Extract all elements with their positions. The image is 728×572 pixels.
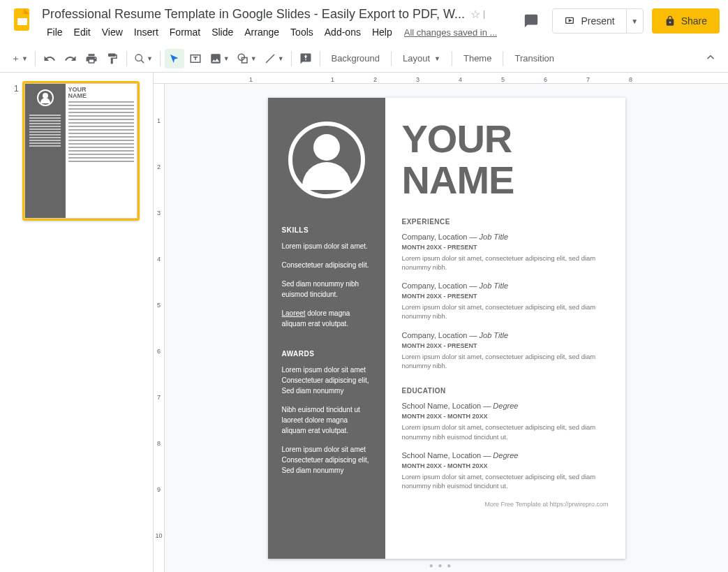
toolbar-sep	[503, 51, 503, 66]
transition-button[interactable]: Transition	[507, 49, 561, 68]
menu-edit[interactable]: Edit	[69, 24, 96, 41]
select-tool[interactable]	[165, 49, 184, 68]
award-item: Lorem ipsum dolor sit amet Consectetuer …	[282, 444, 371, 476]
print-button[interactable]	[82, 49, 101, 68]
edu-date: MONTH 20XX - MONTH 20XX	[402, 413, 609, 420]
ruler-vertical: 12345678910	[154, 84, 165, 572]
drag-handle-icon[interactable]: ● ● ●	[429, 562, 453, 569]
skill-item: Lorem ipsum dolor sit amet.	[282, 241, 371, 251]
menu-view[interactable]: View	[97, 24, 128, 41]
present-dropdown[interactable]: ▼	[626, 9, 643, 33]
slides-logo[interactable]	[8, 6, 36, 34]
job-body: Lorem ipsum dolor sit amet, consectetuer…	[402, 302, 609, 321]
edu-entry: School Name, Location — Degree	[402, 451, 609, 460]
resume-name: YOURNAME	[402, 119, 609, 201]
new-slide-button[interactable]: ＋▼	[8, 49, 31, 68]
share-label: Share	[681, 15, 707, 27]
ruler-horizontal: 112345678	[154, 73, 728, 84]
skills-heading: SKILLS	[282, 226, 371, 234]
experience-heading: EXPERIENCE	[402, 218, 609, 226]
edu-body: Lorem ipsum dolor sit amet, consectetuer…	[402, 423, 609, 441]
toolbar-sep	[291, 51, 292, 66]
layout-button[interactable]: Layout▼	[396, 49, 447, 68]
edu-body: Lorem ipsum dolor sit amet, consectetuer…	[402, 472, 609, 491]
comment-button[interactable]	[296, 49, 315, 68]
svg-point-3	[135, 54, 142, 61]
shape-tool[interactable]: ▼	[234, 49, 260, 68]
menu-addons[interactable]: Add-ons	[320, 24, 366, 41]
zoom-button[interactable]: ▼	[131, 49, 156, 68]
save-status[interactable]: All changes saved in ...	[404, 27, 498, 38]
slide-canvas[interactable]: SKILLS Lorem ipsum dolor sit amet. Conse…	[268, 98, 625, 559]
image-tool[interactable]: ▼	[207, 49, 232, 68]
doc-title[interactable]: Professional Resume Template in Google S…	[42, 7, 465, 22]
comment-history-button[interactable]	[519, 8, 544, 34]
avatar-icon	[37, 89, 54, 106]
job-entry: Company, Location — Job Title	[402, 233, 609, 241]
toolbar-sep	[452, 51, 452, 66]
education-heading: EDUCATION	[402, 387, 609, 395]
svg-rect-1	[17, 18, 27, 25]
line-tool[interactable]: ▼	[261, 49, 287, 68]
skill-item: Consectetuer adipiscing elit.	[282, 260, 371, 270]
separator: |	[483, 9, 485, 19]
avatar-placeholder-icon	[288, 122, 365, 198]
textbox-tool[interactable]	[186, 49, 205, 68]
job-entry: Company, Location — Job Title	[402, 331, 609, 339]
present-label: Present	[581, 15, 614, 27]
slide-thumbnail[interactable]: YOURNAME	[22, 81, 140, 221]
filmstrip[interactable]: 1 YOURNAME	[0, 73, 154, 572]
slide-number: 1	[14, 84, 19, 94]
job-date: MONTH 20XX - PRESENT	[402, 293, 609, 300]
menu-help[interactable]: Help	[367, 24, 397, 41]
toolbar-sep	[126, 51, 127, 66]
menu-format[interactable]: Format	[165, 24, 205, 41]
resume-sidebar[interactable]: SKILLS Lorem ipsum dolor sit amet. Conse…	[268, 98, 385, 559]
skill-item: Sed diam nonummy nibh euismod tincidunt.	[282, 279, 371, 300]
toolbar-sep	[160, 51, 161, 66]
svg-rect-8	[305, 54, 306, 58]
resume-main[interactable]: YOURNAME EXPERIENCE Company, Location — …	[385, 98, 625, 559]
edu-entry: School Name, Location — Degree	[402, 402, 609, 410]
menu-tools[interactable]: Tools	[285, 24, 318, 41]
template-link[interactable]: https://prwirepro.com	[549, 501, 608, 508]
redo-button[interactable]	[61, 49, 80, 68]
edu-date: MONTH 20XX - MONTH 20XX	[402, 462, 609, 469]
share-button[interactable]: Share	[652, 8, 720, 34]
present-button[interactable]: Present	[553, 9, 625, 33]
job-date: MONTH 20XX - PRESENT	[402, 244, 609, 251]
job-body: Lorem ipsum dolor sit amet, consectetuer…	[402, 254, 609, 272]
expand-toolbar-icon[interactable]	[701, 48, 720, 68]
job-date: MONTH 20XX - PRESENT	[402, 342, 609, 349]
background-button[interactable]: Background	[325, 49, 387, 68]
menu-file[interactable]: File	[42, 24, 68, 41]
skill-item: Laoreet dolore magna aliquam erat volutp…	[282, 308, 371, 329]
theme-button[interactable]: Theme	[456, 49, 498, 68]
menu-insert[interactable]: Insert	[129, 24, 163, 41]
toolbar-sep	[391, 51, 392, 66]
award-item: Lorem ipsum dolor sit amet Consectetuer …	[282, 365, 371, 396]
menu-slide[interactable]: Slide	[207, 24, 238, 41]
thumb-title: YOURNAME	[68, 87, 134, 99]
awards-heading: AWARDS	[282, 350, 371, 358]
undo-button[interactable]	[40, 49, 59, 68]
toolbar-sep	[35, 51, 36, 66]
toolbar-sep	[320, 51, 320, 66]
footer-link: More Free Template at https://prwirepro.…	[402, 501, 609, 508]
star-icon[interactable]: ☆	[470, 8, 480, 21]
paint-format-button[interactable]	[103, 49, 122, 68]
menu-arrange[interactable]: Arrange	[239, 24, 284, 41]
job-body: Lorem ipsum dolor sit amet, consectetuer…	[402, 352, 609, 371]
award-item: Nibh euismod tincidunt ut laoreet dolore…	[282, 404, 371, 436]
job-entry: Company, Location — Job Title	[402, 281, 609, 290]
